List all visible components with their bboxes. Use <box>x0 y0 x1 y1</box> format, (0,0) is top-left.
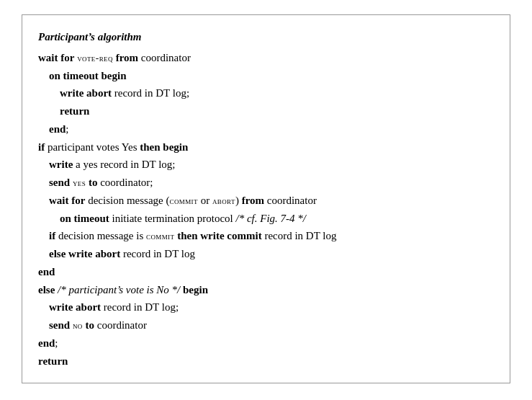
line-send-yes: send yes to coordinator; <box>38 174 494 192</box>
line-write-abort-1: write abort record in DT log; <box>38 84 494 102</box>
line-return-2: return <box>38 352 494 370</box>
line-return-1: return <box>38 102 494 120</box>
line-wait-decision: wait for decision message (commit or abo… <box>38 192 494 210</box>
algorithm-box: Participant’s algorithm wait for vote-re… <box>22 14 510 383</box>
line-wait-vote-req: wait for vote-req from coordinator <box>38 49 494 67</box>
algorithm-title: Participant’s algorithm <box>38 28 494 46</box>
line-end-1: end; <box>38 120 494 138</box>
line-end-2: end <box>38 263 494 281</box>
line-write-abort-2: write abort record in DT log; <box>38 298 494 316</box>
line-on-timeout-begin: on timeout begin <box>38 67 494 85</box>
line-send-no: send no to coordinator <box>38 316 494 334</box>
line-on-timeout-term: on timeout initiate termination protocol… <box>38 210 494 228</box>
line-else-abort: else write abort record in DT log <box>38 245 494 263</box>
line-if-commit: if decision message is commit then write… <box>38 227 494 245</box>
line-end-3: end; <box>38 334 494 352</box>
line-else-no: else /* participant’s vote is No */ begi… <box>38 281 494 299</box>
line-if-votes-yes: if participant votes Yes then begin <box>38 138 494 156</box>
line-write-yes: write a yes record in DT log; <box>38 156 494 174</box>
